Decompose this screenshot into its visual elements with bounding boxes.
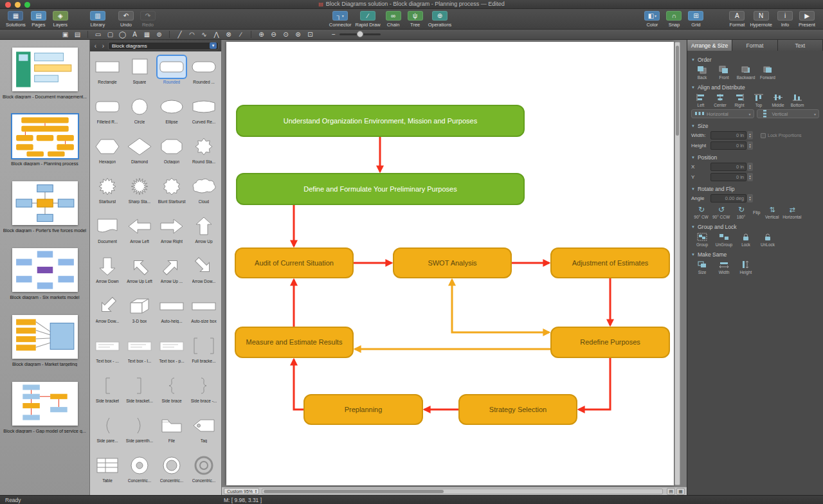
connector-arrow[interactable] <box>294 359 303 410</box>
diagram-node-measure-and-estimate-results[interactable]: Measure and Estimate Results <box>235 327 354 358</box>
horizontal-scrollbar[interactable] <box>262 489 663 494</box>
snap-button[interactable]: ∩Snap <box>663 11 685 28</box>
page-thumbnail-item[interactable]: Block diagram - Market targeting <box>0 315 89 366</box>
connector-button[interactable]: ┐▾Connector <box>327 11 354 28</box>
redo-button[interactable]: ↷Redo <box>137 11 159 28</box>
hypernote-button[interactable]: NHypernote <box>748 11 774 28</box>
size-button[interactable]: Size <box>691 260 713 274</box>
text-tool-icon[interactable]: A <box>129 30 141 39</box>
shape-starburst[interactable]: Starburst <box>91 173 123 213</box>
group-button[interactable]: Group <box>691 233 713 247</box>
angle-field[interactable]: 0.00 deg <box>710 194 746 203</box>
disclosure-triangle-icon[interactable]: ▼ <box>691 58 695 62</box>
stepper-icon[interactable]: ▲▼ <box>747 163 753 171</box>
library-forward-icon[interactable]: › <box>100 42 106 50</box>
zoom-slider-knob[interactable] <box>357 31 363 37</box>
stepper-icon[interactable]: ▲▼ <box>747 131 753 140</box>
disclosure-triangle-icon[interactable]: ▼ <box>691 156 695 159</box>
stepper-icon[interactable]: ▲▼ <box>747 173 753 181</box>
shape-file[interactable]: File <box>156 412 188 452</box>
width-button[interactable]: Width <box>713 260 735 274</box>
top-button[interactable]: Top <box>749 93 768 107</box>
page-thumbnail[interactable] <box>12 382 78 426</box>
zoom-stepper-icon[interactable]: ▲▼ <box>255 489 257 494</box>
shape-cloud[interactable]: Cloud <box>188 173 220 213</box>
pen-tool-icon[interactable]: ∕ <box>235 30 247 39</box>
shape-text-box-p[interactable]: Text box - p... <box>156 332 188 372</box>
disclosure-triangle-icon[interactable]: ▼ <box>691 187 695 191</box>
zoom-out-icon[interactable]: − <box>332 31 336 38</box>
90-cw-button[interactable]: ↻90° CW <box>691 205 711 219</box>
page-thumbnail-item[interactable]: Block diagram - Six markets model <box>0 248 89 300</box>
shape-concentric[interactable]: Concentric... <box>188 452 220 492</box>
line-tool-icon[interactable]: ╱ <box>174 30 186 39</box>
rapid-draw-button[interactable]: ∕Rapid Draw <box>353 11 382 28</box>
center-button[interactable]: Center <box>710 93 730 107</box>
polyline-tool-icon[interactable]: ⋀ <box>210 30 222 39</box>
library-back-icon[interactable]: ‹ <box>93 42 98 50</box>
disclosure-triangle-icon[interactable]: ▼ <box>691 86 695 89</box>
zoom-in-tool-icon[interactable]: ⊕ <box>255 30 267 39</box>
shape-rounded[interactable]: Rounded <box>156 53 188 93</box>
shape-sharp-sta[interactable]: Sharp Sta... <box>123 173 156 213</box>
shape-rectangle[interactable]: Rectangle <box>91 53 123 93</box>
diagram-node-understand-organization-enviro[interactable]: Understand Organization Environment, Mis… <box>236 105 525 137</box>
shape-text-box-l[interactable]: Text box - l... <box>123 332 156 372</box>
zoom-out-tool-icon[interactable]: ⊖ <box>267 30 280 39</box>
forward-button[interactable]: Forward <box>757 66 779 80</box>
shape-hexagon[interactable]: Hexagon <box>91 133 123 173</box>
shape-tag[interactable]: Tag <box>188 412 220 452</box>
zoom-slider[interactable] <box>339 33 381 35</box>
chain-button[interactable]: ∞Chain <box>383 11 404 28</box>
page-thumbnail-item[interactable]: Block diagram - Gap model of service q..… <box>0 382 89 433</box>
shape-document[interactable]: Document <box>91 213 123 253</box>
shape-text-box[interactable]: Text box - ... <box>91 332 123 372</box>
90-ccw-button[interactable]: ↺90° CCW <box>711 205 731 219</box>
vertical-scroll-thumb[interactable] <box>676 46 679 136</box>
shape-3-d-box[interactable]: 3-D box <box>123 292 156 332</box>
library-button[interactable]: ▥Library <box>87 11 109 28</box>
shape-arrow-right[interactable]: Arrow Right <box>156 213 188 253</box>
page-thumbnail-item[interactable]: Block diagram - Document management... <box>0 48 89 99</box>
unlock-button[interactable]: UnLock <box>757 233 779 247</box>
connector-arrow[interactable] <box>579 358 610 410</box>
shape-arrow-left[interactable]: Arrow Left <box>123 213 156 253</box>
y-field[interactable]: 0 in <box>710 173 746 181</box>
rectangle-tool-icon[interactable]: ▭ <box>92 30 104 39</box>
shape-arrow-up-left[interactable]: Arrow Up Left <box>123 253 156 292</box>
horizontal-button[interactable]: ⇄Horizontal <box>782 205 802 219</box>
bottom-button[interactable]: Bottom <box>788 93 807 107</box>
shape-octagon[interactable]: Octagon <box>156 133 188 173</box>
color-button[interactable]: ◧▾Color <box>641 11 663 28</box>
shape-curved-re[interactable]: Curved Re... <box>188 93 220 133</box>
grid-button[interactable]: ⊞Grid <box>685 11 707 28</box>
front-button[interactable]: Front <box>713 66 735 80</box>
arc-tool-icon[interactable]: ◠ <box>186 30 198 39</box>
shape-side-bracket[interactable]: Side bracket <box>91 372 123 412</box>
horizontal-dropdown[interactable]: Horizontal▾ <box>691 109 754 118</box>
fit-page-button[interactable]: ▦ <box>676 488 685 495</box>
shape-circle[interactable]: Circle <box>123 93 156 133</box>
backward-button[interactable]: Backward <box>735 66 757 80</box>
diagram-node-audit-of-current-situation[interactable]: Audit of Current Situation <box>235 248 354 278</box>
zoom-level-control[interactable]: Custom 95% ▲▼ <box>224 488 259 494</box>
library-dropdown[interactable]: Block diagrams ▾ <box>108 42 219 50</box>
disclosure-triangle-icon[interactable]: ▼ <box>691 253 695 256</box>
lock-button[interactable]: Lock <box>735 233 757 247</box>
crop-tool-icon[interactable]: ⊡ <box>304 30 316 39</box>
shape-concentric[interactable]: Concentric... <box>123 452 156 492</box>
tab-text[interactable]: Text <box>778 40 823 51</box>
select-frame-tool-icon[interactable]: ▣ <box>59 30 71 39</box>
vertical-button[interactable]: ⇅Vertical <box>762 205 782 219</box>
shape-side-bracket[interactable]: Side bracket... <box>123 372 156 412</box>
page-thumbnail[interactable] <box>12 114 78 158</box>
height-field[interactable]: 0 in <box>710 141 746 150</box>
eyedropper-tool-icon[interactable]: ⊙ <box>280 30 292 39</box>
diagram-node-redefine-purposes[interactable]: Redefine Purposes <box>550 327 670 358</box>
height-button[interactable]: Height <box>735 260 757 274</box>
undo-button[interactable]: ↶Undo <box>115 11 137 28</box>
shape-auto-heig[interactable]: Auto-heig... <box>156 292 188 332</box>
ellipse-tool-icon[interactable]: ◯ <box>116 30 129 39</box>
diagram-node-adjustment-of-estimates[interactable]: Adjustment of Estimates <box>550 248 670 278</box>
vertical-scrollbar[interactable] <box>674 42 680 485</box>
